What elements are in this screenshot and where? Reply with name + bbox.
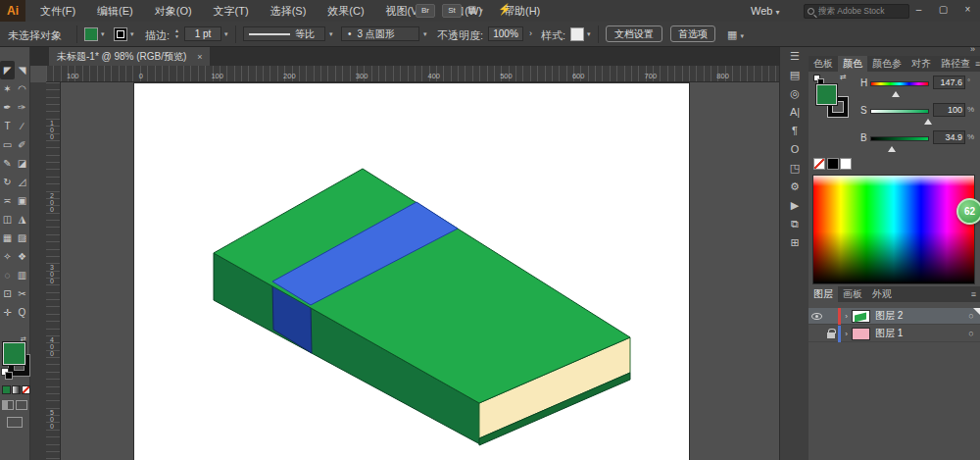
profile-caret-icon[interactable]: ▾	[329, 30, 333, 38]
menu-item[interactable]: 效果(C)	[317, 0, 374, 22]
style-caret-icon[interactable]: ▾	[587, 30, 591, 38]
menu-item[interactable]: 对象(O)	[144, 0, 203, 22]
saturation-slider-thumb[interactable]	[924, 119, 932, 125]
layer-thumbnail[interactable]	[852, 328, 870, 340]
type-tool[interactable]: T	[0, 117, 15, 135]
menu-item[interactable]: 选择(S)	[260, 0, 318, 22]
line-segment-tool[interactable]: ∕	[15, 117, 29, 135]
arrange-documents-icon[interactable]: ▦ ▾	[467, 4, 483, 15]
expand-layer-icon[interactable]: ›	[841, 330, 852, 338]
rotate-tool[interactable]: ↻	[0, 173, 15, 191]
paintbrush-tool[interactable]: ✐	[15, 135, 29, 154]
panel-menu-icon[interactable]: ≡	[975, 56, 980, 72]
menu-item[interactable]: 文字(T)	[203, 0, 260, 22]
lock-toggle[interactable]	[824, 329, 838, 338]
lasso-tool[interactable]: ◠	[15, 79, 29, 98]
curvature-tool[interactable]: ✑	[15, 98, 29, 117]
stroke-stepper[interactable]: ▲▼	[174, 27, 179, 39]
color-mode-button[interactable]	[2, 385, 11, 394]
vertical-ruler[interactable]: 1 0 02 0 03 0 04 0 05 0 0	[46, 82, 61, 460]
graph-tool[interactable]: ▥	[15, 266, 29, 284]
width-profile-select[interactable]: 等比	[243, 26, 325, 41]
stock-button[interactable]: St	[442, 4, 462, 18]
pencil-tool[interactable]: ✎	[0, 154, 15, 173]
brush-caret-icon[interactable]: ▾	[423, 30, 427, 38]
preferences-button[interactable]: 首选项	[670, 26, 715, 42]
brightness-value-field[interactable]: 34.9	[933, 130, 965, 144]
dock-opentype-icon[interactable]: O	[780, 140, 809, 159]
dock-play-icon[interactable]: ▶	[780, 196, 809, 215]
notification-badge[interactable]: 62	[956, 198, 980, 225]
slice-tool[interactable]: ✂	[15, 284, 29, 303]
mesh-tool[interactable]: ▦	[0, 229, 15, 247]
panel-tab[interactable]: 图层	[808, 286, 838, 302]
zoom-tool[interactable]: Q	[15, 303, 29, 322]
white-swatch[interactable]	[840, 158, 852, 170]
style-swatch[interactable]	[570, 27, 584, 41]
layer-row[interactable]: › 图层 1 ○	[808, 326, 980, 342]
restore-button[interactable]: ▢	[931, 2, 956, 18]
minimize-button[interactable]: –	[906, 2, 931, 18]
gradient-tool[interactable]: ▨	[15, 229, 29, 247]
layer-thumbnail[interactable]	[852, 310, 870, 323]
arrange-docs-icon[interactable]: ▦ ▾	[727, 28, 744, 41]
none-mode-button[interactable]	[22, 385, 30, 394]
opacity-panel-chevron-icon[interactable]: ›	[529, 28, 532, 38]
color-spectrum[interactable]	[812, 175, 975, 284]
layer-name[interactable]: 图层 2	[870, 309, 962, 323]
layer-row[interactable]: › 图层 2 ○	[808, 308, 980, 325]
panel-tab[interactable]: 路径查	[936, 56, 975, 72]
fill-caret-icon[interactable]: ▾	[101, 30, 105, 38]
free-transform-tool[interactable]: ▣	[15, 191, 29, 210]
stroke-weight-field[interactable]: 1 pt	[184, 26, 221, 41]
artboard-tool[interactable]: ⊡	[0, 284, 15, 303]
screen-mode-button[interactable]	[7, 417, 23, 428]
panel-tab[interactable]: 色板	[808, 56, 838, 72]
visibility-toggle[interactable]	[808, 313, 824, 320]
dock-paragraph-icon[interactable]: ¶	[780, 122, 809, 140]
dock-grid-icon[interactable]: ⊞	[780, 233, 809, 252]
draw-normal-button[interactable]	[2, 400, 14, 410]
panel-tab[interactable]: 颜色参	[867, 56, 906, 72]
pen-tool[interactable]: ✒	[0, 98, 15, 117]
opacity-field[interactable]: 100%	[488, 26, 523, 41]
magic-wand-tool[interactable]: ✶	[0, 79, 15, 98]
fill-color-swatch[interactable]	[84, 27, 98, 41]
horizontal-ruler[interactable]: 1000100200300400500600700800	[46, 66, 779, 82]
stroke-caret-icon[interactable]: ▾	[130, 30, 134, 38]
layer-name[interactable]: 图层 1	[870, 327, 962, 340]
none-swatch[interactable]	[813, 158, 825, 170]
black-swatch[interactable]	[827, 158, 839, 170]
bridge-button[interactable]: Br	[416, 4, 435, 18]
hue-slider-thumb[interactable]	[892, 91, 900, 97]
panel-tab[interactable]: 画板	[838, 286, 867, 302]
menu-item[interactable]: 文件(F)	[29, 0, 86, 22]
fill-proxy[interactable]	[3, 342, 25, 365]
shape-builder-tool[interactable]: ◫	[0, 210, 15, 229]
stroke-color-swatch[interactable]	[114, 27, 127, 41]
symbol-sprayer-tool[interactable]: ◌	[0, 266, 15, 284]
dock-character-icon[interactable]: A|	[780, 103, 809, 122]
rectangle-tool[interactable]: ▭	[0, 135, 15, 154]
share-icon[interactable]: ⚡	[498, 3, 512, 16]
saturation-slider[interactable]	[870, 109, 929, 114]
dock-actions-icon[interactable]: ⚙	[780, 178, 809, 196]
direct-selection-tool[interactable]: ◥	[15, 61, 29, 79]
eyedropper-tool[interactable]: ✧	[0, 247, 15, 266]
blend-tool[interactable]: ❖	[15, 247, 29, 266]
gradient-mode-button[interactable]	[12, 385, 21, 394]
artboard[interactable]	[134, 83, 689, 460]
selection-tool[interactable]: ◤	[0, 61, 15, 79]
brush-definition-select[interactable]: • 3 点圆形	[341, 26, 419, 41]
hue-value-field[interactable]: 147.6	[933, 76, 965, 89]
hue-slider[interactable]	[870, 81, 929, 86]
scale-tool[interactable]: ◿	[15, 173, 29, 191]
workspace-switcher[interactable]: Web ▾	[751, 0, 780, 24]
draw-behind-button[interactable]	[16, 400, 27, 410]
close-button[interactable]: ×	[956, 2, 980, 18]
dock-stroke-panel-icon[interactable]: ▤	[780, 66, 809, 84]
search-input[interactable]: 搜索 Adobe Stock	[804, 4, 909, 19]
menu-item[interactable]: 编辑(E)	[86, 0, 144, 22]
tab-close-icon[interactable]: ×	[197, 52, 202, 62]
document-setup-button[interactable]: 文档设置	[606, 26, 662, 42]
